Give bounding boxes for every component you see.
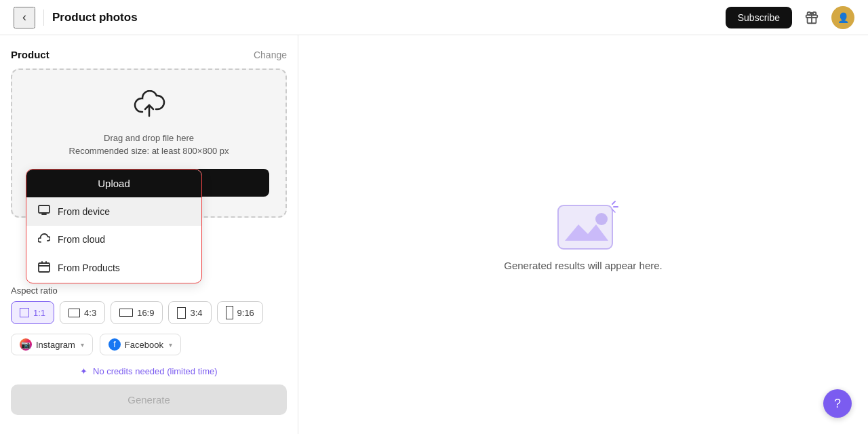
change-button[interactable]: Change <box>254 50 287 60</box>
section-header: Product Change <box>11 49 287 60</box>
image-placeholder-icon <box>553 199 614 249</box>
cloud-upload-icon <box>133 90 165 123</box>
page-title: Product photos <box>52 11 726 24</box>
dropdown-item-label: From device <box>58 206 110 217</box>
credits-row: ✦ No credits needed (limited time) <box>11 366 287 376</box>
aspect-ratio-label: Aspect ratio <box>11 285 287 296</box>
right-panel: Generated results will appear here. <box>298 35 868 434</box>
aspect-icon-1-1 <box>20 308 29 317</box>
generate-button[interactable]: Generate <box>11 384 287 415</box>
facebook-button[interactable]: f Facebook ▾ <box>100 334 181 355</box>
help-button[interactable]: ? <box>823 389 852 418</box>
aspect-1-1[interactable]: 1:1 <box>11 301 54 324</box>
aspect-icon-4-3 <box>68 309 80 317</box>
cloud-icon <box>37 233 51 245</box>
upload-area[interactable]: Drag and drop file here Recommended size… <box>11 68 287 218</box>
left-panel: Product Change Drag and drop file here R… <box>0 35 298 434</box>
social-row: 📷 Instagram ▾ f Facebook ▾ <box>11 334 287 355</box>
dropdown-item-from-cloud[interactable]: From cloud <box>26 226 201 253</box>
aspect-9-16[interactable]: 9:16 <box>217 301 263 324</box>
subscribe-button[interactable]: Subscribe <box>726 7 792 28</box>
upload-hint: Drag and drop file here Recommended size… <box>69 132 229 158</box>
aspect-options: 1:1 4:3 16:9 3:4 9:16 <box>11 301 287 324</box>
box-icon <box>37 260 51 275</box>
aspect-16-9[interactable]: 16:9 <box>111 301 163 324</box>
svg-rect-3 <box>39 263 50 272</box>
header-divider <box>43 9 44 26</box>
dropdown-item-label: From Products <box>58 262 120 273</box>
header-actions: Subscribe 👤 <box>726 6 854 29</box>
main-layout: Product Change Drag and drop file here R… <box>0 35 868 434</box>
section-title: Product <box>11 49 50 60</box>
empty-state: Generated results will appear here. <box>504 199 662 271</box>
aspect-4-3[interactable]: 4:3 <box>60 301 105 324</box>
monitor-icon <box>37 205 51 218</box>
aspect-icon-9-16 <box>226 306 233 319</box>
instagram-icon: 📷 <box>20 338 32 351</box>
svg-rect-2 <box>39 205 50 213</box>
svg-line-6 <box>612 201 615 204</box>
upload-btn-container: Upload Upload From device <box>28 169 269 197</box>
aspect-icon-3-4 <box>177 307 186 319</box>
dropdown-item-label: From cloud <box>58 234 105 245</box>
svg-point-5 <box>595 213 608 225</box>
empty-state-text: Generated results will appear here. <box>504 260 662 271</box>
instagram-chevron-icon: ▾ <box>81 341 84 349</box>
upload-dropdown: Upload From device <box>26 169 202 283</box>
dropdown-upload-button[interactable]: Upload <box>26 170 201 197</box>
dropdown-item-from-device[interactable]: From device <box>26 197 201 226</box>
aspect-icon-16-9 <box>119 309 133 317</box>
svg-rect-4 <box>558 205 612 249</box>
facebook-chevron-icon: ▾ <box>169 341 172 349</box>
header: ‹ Product photos Subscribe 👤 <box>0 0 868 35</box>
instagram-button[interactable]: 📷 Instagram ▾ <box>11 334 93 355</box>
avatar[interactable]: 👤 <box>831 6 854 29</box>
aspect-ratio-section: Aspect ratio 1:1 4:3 16:9 3:4 <box>11 285 287 415</box>
gift-icon[interactable] <box>800 6 823 29</box>
facebook-icon: f <box>108 338 121 351</box>
dropdown-item-from-products[interactable]: From Products <box>26 253 201 283</box>
aspect-3-4[interactable]: 3:4 <box>168 301 211 324</box>
credits-star-icon: ✦ <box>80 366 87 376</box>
back-button[interactable]: ‹ <box>14 7 35 28</box>
